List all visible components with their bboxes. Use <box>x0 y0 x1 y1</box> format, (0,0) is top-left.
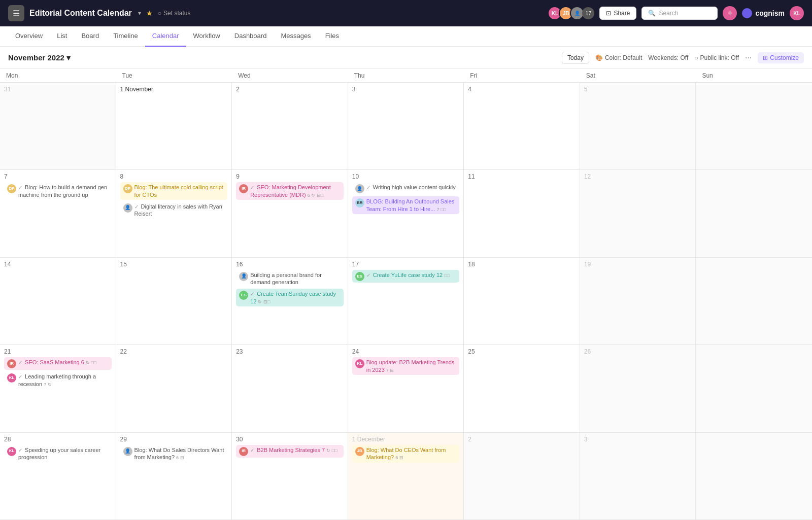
toolbar-left: November 2022 ▾ <box>8 53 71 62</box>
tab-list[interactable]: List <box>50 26 74 47</box>
tab-messages[interactable]: Messages <box>274 26 318 47</box>
header-fri: Fri <box>464 69 580 82</box>
event-title: ✓ Blog: How to build a demand gen machin… <box>18 184 109 198</box>
status-circle-icon: ○ <box>158 10 161 17</box>
event-nov28-1[interactable]: KL ✓ Speeding up your sales career progr… <box>4 445 112 463</box>
event-nov8-1[interactable]: DP Blog: The ultimate cold calling scrip… <box>120 182 228 200</box>
event-avatar-ir: IR <box>239 447 248 456</box>
weekends-toggle[interactable]: Weekends: Off <box>648 54 688 61</box>
customize-button[interactable]: ⊞ Customize <box>758 52 804 63</box>
event-title: BLOG: Building An Outbound Sales Team: F… <box>366 198 457 213</box>
add-button[interactable]: + <box>723 6 737 20</box>
avatar-count: 17 <box>582 7 594 19</box>
today-button[interactable]: Today <box>562 52 589 64</box>
day-number: 2 <box>468 436 576 443</box>
event-avatar-photo: 👤 <box>239 272 248 281</box>
event-nov29-1[interactable]: 👤 Blog: What Do Sales Directors Want fro… <box>120 445 228 463</box>
day-number: 3 <box>584 436 692 443</box>
event-avatar-dp: DP <box>123 184 132 193</box>
day-nov19-out: 19 <box>580 258 696 344</box>
top-bar-left: ☰ Editorial Content Calendar ▾ ★ ○ Set s… <box>8 5 190 21</box>
share-button[interactable]: ⊡ Share <box>599 7 636 20</box>
event-nov9-1[interactable]: IR ✓ SEO: Marketing Development Represen… <box>236 182 344 200</box>
day-nov11: 11 <box>464 170 580 257</box>
day-nov12-out: 12 <box>580 170 696 257</box>
event-nov21-2[interactable]: KL ✓ Leading marketing through a recessi… <box>4 371 112 389</box>
nav-tabs: Overview List Board Timeline Calendar Wo… <box>0 26 812 47</box>
event-avatar-es: ES <box>239 291 248 300</box>
top-bar-right: KL JB 👤 17 ⊡ Share 🔍 Search + cognism KL <box>548 6 804 20</box>
event-nov21-1[interactable]: IR ✓ SEO: SaaS Marketing 6 ↻ □□ <box>4 357 112 370</box>
day-number: 26 <box>584 348 692 355</box>
event-nov30-1[interactable]: IR ✓ B2B Marketing Strategies 7 ↻ □□ <box>236 445 344 458</box>
day-nov2: 2 <box>232 83 348 169</box>
day-number: 1 December <box>352 436 460 443</box>
tab-calendar[interactable]: Calendar <box>145 26 186 47</box>
public-link-toggle[interactable]: ○ Public link: Off <box>694 54 739 61</box>
tab-overview[interactable]: Overview <box>8 26 50 47</box>
event-avatar-photo: 👤 <box>355 184 364 193</box>
event-nov10-2[interactable]: BR BLOG: Building An Outbound Sales Team… <box>352 196 460 214</box>
tab-timeline[interactable]: Timeline <box>106 26 145 47</box>
day-number: 18 <box>468 261 576 268</box>
star-icon[interactable]: ★ <box>146 9 153 17</box>
tab-files[interactable]: Files <box>318 26 346 47</box>
event-title: ✓ Leading marketing through a recession … <box>18 373 109 388</box>
color-selector[interactable]: 🎨 Color: Default <box>595 54 642 61</box>
day-number: 24 <box>352 348 460 355</box>
tab-board[interactable]: Board <box>74 26 106 47</box>
title-dropdown-icon[interactable]: ▾ <box>138 10 141 17</box>
calendar-grid: Mon Tue Wed Thu Fri Sat Sun 31 1 Novembe… <box>0 69 812 520</box>
day-number: 3 <box>352 86 460 93</box>
event-dec1-1[interactable]: JB Blog: What Do CEOs Want from Marketin… <box>352 445 460 463</box>
day-nov28: 28 KL ✓ Speeding up your sales career pr… <box>0 433 116 519</box>
day-number: 28 <box>4 436 112 443</box>
day-out1 <box>696 170 812 257</box>
event-nov17-1[interactable]: ES ✓ Create YuLife case study 12 □□ <box>352 270 460 283</box>
set-status-button[interactable]: ○ Set status <box>158 10 191 17</box>
event-avatar-ir: IR <box>239 184 248 193</box>
palette-icon: 🎨 <box>595 54 603 61</box>
event-nov16-1[interactable]: 👤 Building a personal brand for demand g… <box>236 270 344 288</box>
event-title: Blog: What Do Sales Directors Want from … <box>134 446 225 461</box>
event-title: ✓ SEO: Marketing Development Representat… <box>250 184 341 198</box>
day-dec1: 1 December JB Blog: What Do CEOs Want fr… <box>348 433 464 519</box>
more-options-button[interactable]: ··· <box>745 53 752 62</box>
event-nov8-2[interactable]: 👤 ✓ Digital literacy in sales with Ryan … <box>120 201 228 219</box>
day-number: 14 <box>4 261 112 268</box>
header-wed: Wed <box>232 69 348 82</box>
event-avatar-photo: 👤 <box>123 447 132 456</box>
day-nov15: 15 <box>116 258 232 344</box>
day-nov5-out: 5 <box>580 83 696 169</box>
tab-workflow[interactable]: Workflow <box>186 26 227 47</box>
month-selector[interactable]: November 2022 ▾ <box>8 53 71 62</box>
day-number: 15 <box>120 261 228 268</box>
event-avatar-dp: DP <box>7 184 16 193</box>
tab-dashboard[interactable]: Dashboard <box>227 26 274 47</box>
day-nov24: 24 KL Blog update: B2B Marketing Trends … <box>348 345 464 432</box>
day-nov10: 10 👤 ✓ Writing high value content quickl… <box>348 170 464 257</box>
day-nov23: 23 <box>232 345 348 432</box>
event-avatar-es: ES <box>355 272 364 281</box>
event-nov24-1[interactable]: KL Blog update: B2B Marketing Trends in … <box>352 357 460 375</box>
customize-icon: ⊞ <box>763 54 768 61</box>
day-out4 <box>696 433 812 519</box>
event-nov16-2[interactable]: ES ✓ Create TeamSunday case study 12 ↻ ⊟… <box>236 289 344 306</box>
day-nov29: 29 👤 Blog: What Do Sales Directors Want … <box>116 433 232 519</box>
week-3: 14 15 16 👤 Building a personal brand for… <box>0 258 812 345</box>
event-nov7-1[interactable]: DP ✓ Blog: How to build a demand gen mac… <box>4 182 112 200</box>
day-nov30: 30 IR ✓ B2B Marketing Strategies 7 ↻ □□ <box>232 433 348 519</box>
week-1: 31 1 November 2 3 4 5 <box>0 83 812 170</box>
user-avatar[interactable]: KL <box>790 6 804 20</box>
day-nov17: 17 ES ✓ Create YuLife case study 12 □□ <box>348 258 464 344</box>
header-sun: Sun <box>696 69 812 82</box>
day-nov26-out: 26 <box>580 345 696 432</box>
search-input[interactable]: 🔍 Search <box>641 7 718 20</box>
event-nov10-1[interactable]: 👤 ✓ Writing high value content quickly <box>352 182 460 195</box>
header-mon: Mon <box>0 69 116 82</box>
day-oct31: 31 <box>0 83 116 169</box>
day-number: 16 <box>236 261 344 268</box>
day-number: 17 <box>352 261 460 268</box>
day-nov9: 9 IR ✓ SEO: Marketing Development Repres… <box>232 170 348 257</box>
day-nov8: 8 DP Blog: The ultimate cold calling scr… <box>116 170 232 257</box>
